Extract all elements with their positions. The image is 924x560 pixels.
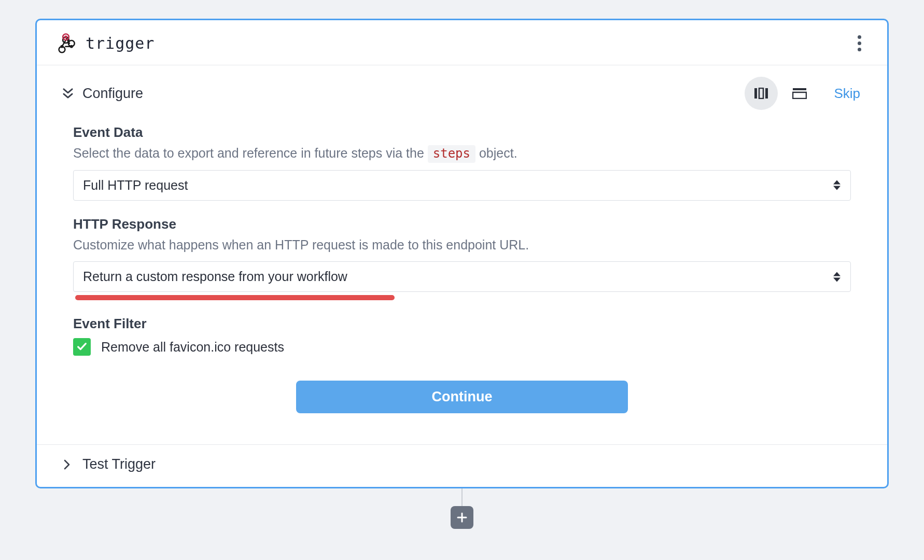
svg-rect-7 <box>793 88 806 90</box>
configure-form: Event Data Select the data to export and… <box>37 121 887 444</box>
http-response-select[interactable]: Return a custom response from your workf… <box>73 261 851 292</box>
event-data-select[interactable]: Full HTTP request <box>73 170 851 201</box>
svg-point-1 <box>64 35 67 38</box>
test-trigger-title: Test Trigger <box>82 456 156 472</box>
http-response-value: Return a custom response from your workf… <box>83 269 347 284</box>
form-view-button[interactable] <box>745 77 778 110</box>
http-response-description: Customize what happens when an HTTP requ… <box>73 235 851 254</box>
event-filter-field: Event Filter Remove all favicon.ico requ… <box>73 316 851 356</box>
steps-code-chip: steps <box>428 145 475 163</box>
event-data-field: Event Data Select the data to export and… <box>73 124 851 201</box>
step-title: trigger <box>86 34 155 52</box>
svg-rect-5 <box>759 88 763 99</box>
favicon-filter-label: Remove all favicon.ico requests <box>101 340 284 355</box>
configure-header[interactable]: Configure Skip <box>37 65 887 121</box>
webhook-icon <box>55 33 76 53</box>
connector-line <box>461 488 463 506</box>
list-view-button[interactable] <box>783 77 816 110</box>
svg-point-2 <box>70 45 73 48</box>
event-filter-label: Event Filter <box>73 316 851 332</box>
configure-title: Configure <box>82 86 143 102</box>
plus-icon <box>456 511 468 524</box>
event-data-label: Event Data <box>73 124 851 141</box>
select-arrows-icon <box>833 180 841 191</box>
add-step-button[interactable] <box>451 506 473 529</box>
http-response-label: HTTP Response <box>73 216 851 232</box>
favicon-filter-checkbox[interactable] <box>73 338 91 356</box>
trigger-card: trigger Configure <box>35 19 889 488</box>
favicon-filter-row: Remove all favicon.ico requests <box>73 338 851 356</box>
svg-rect-6 <box>765 88 768 99</box>
highlight-underline <box>75 295 395 300</box>
view-toggle-group <box>745 77 816 110</box>
svg-rect-4 <box>754 88 757 99</box>
event-data-desc-post: object. <box>475 146 517 160</box>
continue-wrap: Continue <box>73 371 851 429</box>
chevron-double-down-icon <box>61 86 75 101</box>
svg-point-3 <box>61 45 64 48</box>
workflow-connector <box>35 488 889 529</box>
test-trigger-header[interactable]: Test Trigger <box>37 444 887 487</box>
check-icon <box>76 341 88 353</box>
card-header: trigger <box>37 20 887 65</box>
event-data-desc-pre: Select the data to export and reference … <box>73 146 428 160</box>
chevron-right-icon <box>61 458 73 471</box>
more-menu-button[interactable] <box>850 34 869 52</box>
continue-button[interactable]: Continue <box>296 381 628 413</box>
event-data-description: Select the data to export and reference … <box>73 144 851 163</box>
http-response-field: HTTP Response Customize what happens whe… <box>73 216 851 300</box>
skip-link[interactable]: Skip <box>834 86 860 102</box>
select-arrows-icon <box>833 271 841 282</box>
event-data-value: Full HTTP request <box>83 178 188 192</box>
svg-rect-8 <box>793 92 806 99</box>
